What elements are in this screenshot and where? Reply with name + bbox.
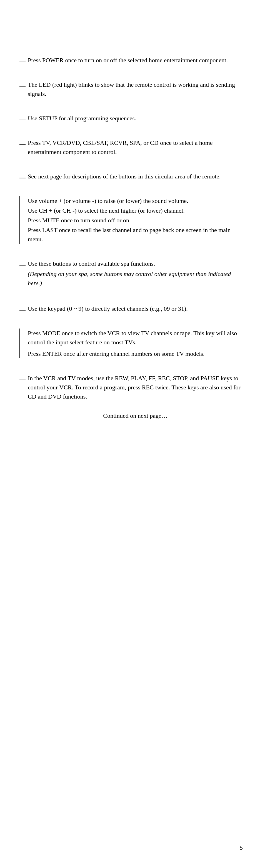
entry-setup: — Use SETUP for all programming sequence… (28, 114, 243, 123)
text-volume-group: Use volume + (or volume -) to raise (or … (28, 196, 243, 244)
marker-circular: — (20, 175, 26, 181)
text-keypad: Use the keypad (0 ~ 9) to directly selec… (28, 304, 243, 313)
marker-setup: — (20, 117, 26, 123)
page-number: 5 (240, 844, 243, 851)
continued-text: Continued on next page… (28, 412, 243, 420)
text-mode-group: Press MODE once to switch the VCR to vie… (28, 329, 243, 358)
text-tv: Press TV, VCR/DVD, CBL/SAT, RCVR, SPA, o… (28, 138, 243, 156)
text-spa-normal: Use these buttons to control available s… (28, 259, 243, 268)
entry-power: — Press POWER once to turn on or off the… (28, 56, 243, 65)
text-spa: Use these buttons to control available s… (28, 259, 243, 289)
marker-led: — (20, 83, 26, 89)
entry-spa: — Use these buttons to control available… (28, 259, 243, 289)
text-mode: Press MODE once to switch the VCR to vie… (28, 329, 243, 347)
marker-vcr: — (20, 376, 26, 382)
text-spa-italic: (Depending on your spa, some buttons may… (28, 269, 243, 288)
page-container: — Press POWER once to turn on or off the… (0, 0, 265, 868)
entry-led: — The LED (red light) blinks to show tha… (28, 80, 243, 98)
text-mute: Press MUTE once to turn sound off or on. (28, 216, 243, 225)
entry-mode-group: Press MODE once to switch the VCR to vie… (28, 329, 243, 358)
text-enter: Press ENTER once after entering channel … (28, 349, 243, 358)
marker-spa: — (20, 262, 26, 268)
marker-power: — (20, 58, 26, 64)
marker-mode-line (20, 329, 20, 358)
entry-tv: — Press TV, VCR/DVD, CBL/SAT, RCVR, SPA,… (28, 138, 243, 156)
text-setup: Use SETUP for all programming sequences. (28, 114, 243, 123)
marker-volume-line (20, 196, 20, 244)
text-circular: See next page for descriptions of the bu… (28, 172, 243, 181)
text-ch: Use CH + (or CH -) to select the next hi… (28, 206, 243, 215)
marker-keypad: — (20, 307, 26, 313)
text-volume: Use volume + (or volume -) to raise (or … (28, 196, 243, 206)
text-power: Press POWER once to turn on or off the s… (28, 56, 243, 65)
entry-circular: — See next page for descriptions of the … (28, 172, 243, 181)
entry-keypad: — Use the keypad (0 ~ 9) to directly sel… (28, 304, 243, 313)
text-vcr: In the VCR and TV modes, use the REW, PL… (28, 374, 243, 401)
text-led: The LED (red light) blinks to show that … (28, 80, 243, 98)
entry-volume-group: Use volume + (or volume -) to raise (or … (28, 196, 243, 244)
marker-tv: — (20, 141, 26, 147)
text-last: Press LAST once to recall the last chann… (28, 225, 243, 244)
entry-vcr: — In the VCR and TV modes, use the REW, … (28, 374, 243, 401)
